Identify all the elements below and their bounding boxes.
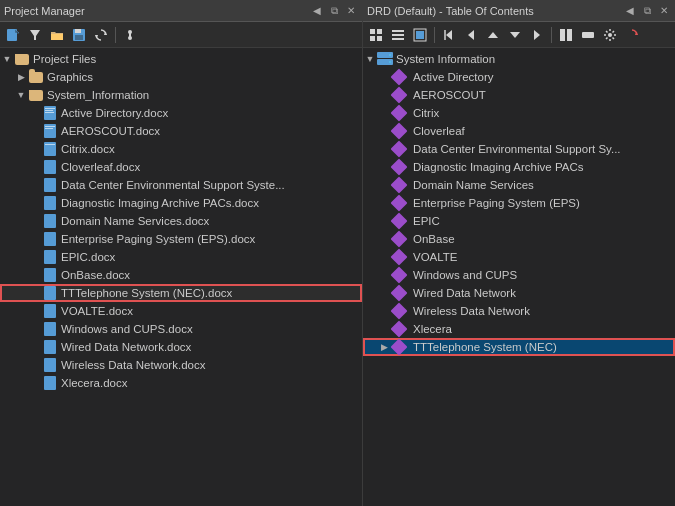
expand-system-info[interactable]: ▼ (14, 86, 28, 104)
right-epic-label: EPIC (413, 215, 440, 227)
tree-item-onbase[interactable]: OnBase.docx (0, 266, 362, 284)
tree-item-citrix[interactable]: Citrix.docx (0, 140, 362, 158)
tree-item-cloverleaf[interactable]: Cloverleaf.docx (0, 158, 362, 176)
left-tree-view[interactable]: ▼ Project Files ▶ Graphics ▼ (0, 48, 362, 506)
left-tb-filter[interactable] (25, 25, 45, 45)
right-item-xlecera[interactable]: Xlecera (363, 320, 675, 338)
left-tb-folder[interactable] (47, 25, 67, 45)
right-tb-sep2 (551, 27, 552, 43)
diamond-icon-wireless (391, 303, 407, 319)
right-item-epic[interactable]: EPIC (363, 212, 675, 230)
tree-item-graphics[interactable]: ▶ Graphics (0, 68, 362, 86)
left-pin-btn[interactable]: ◀ (310, 4, 324, 18)
tree-item-voalte[interactable]: VOALTE.docx (0, 302, 362, 320)
right-item-windows-cups[interactable]: Windows and CUPS (363, 266, 675, 284)
right-item-onbase[interactable]: OnBase (363, 230, 675, 248)
doc-icon-wired (42, 339, 58, 355)
active-directory-label: Active Directory.docx (61, 107, 168, 119)
svg-rect-6 (75, 35, 83, 40)
right-tree-root[interactable]: ▼ System Information (363, 50, 675, 68)
right-ad-label: Active Directory (413, 71, 494, 83)
right-tb-arrow-left1[interactable] (439, 25, 459, 45)
right-tb-arrow-left2[interactable] (461, 25, 481, 45)
tree-item-diagnostic[interactable]: Diagnostic Imaging Archive PACs.docx (0, 194, 362, 212)
right-pin-btn[interactable]: ◀ (623, 4, 637, 18)
tree-item-project-files[interactable]: ▼ Project Files (0, 50, 362, 68)
windows-cups-label: Windows and CUPS.docx (61, 323, 193, 335)
tree-item-xlecera[interactable]: Xlecera.docx (0, 374, 362, 392)
tree-item-active-directory[interactable]: Active Directory.docx (0, 104, 362, 122)
tree-item-wireless[interactable]: Wireless Data Network.docx (0, 356, 362, 374)
tree-item-epic[interactable]: EPIC.docx (0, 248, 362, 266)
right-item-citrix[interactable]: Citrix (363, 104, 675, 122)
right-item-wired[interactable]: Wired Data Network (363, 284, 675, 302)
right-tb-refresh[interactable] (622, 25, 642, 45)
right-item-aeroscout[interactable]: AEROSCOUT (363, 86, 675, 104)
tree-item-system-info-folder[interactable]: ▼ System_Information (0, 86, 362, 104)
right-cloverleaf-label: Cloverleaf (413, 125, 465, 137)
right-wireless-label: Wireless Data Network (413, 305, 530, 317)
tree-item-aeroscout[interactable]: AEROSCOUT.docx (0, 122, 362, 140)
cloverleaf-label: Cloverleaf.docx (61, 161, 140, 173)
expand-right-root[interactable]: ▼ (363, 50, 377, 68)
right-item-voalte[interactable]: VOALTE (363, 248, 675, 266)
right-tb-arrow-right[interactable] (527, 25, 547, 45)
right-close-btn[interactable]: ✕ (657, 4, 671, 18)
left-title-actions: ◀ ⧉ ✕ (310, 4, 358, 18)
right-root-label: System Information (396, 53, 495, 65)
expand-project-files[interactable]: ▼ (0, 50, 14, 68)
left-toolbar (0, 22, 362, 48)
tree-item-datacenter[interactable]: Data Center Environmental Support Syste.… (0, 176, 362, 194)
diamond-icon-tttelephone (391, 339, 407, 355)
right-item-diagnostic[interactable]: Diagnostic Imaging Archive PACs (363, 158, 675, 176)
tree-item-domain[interactable]: Domain Name Services.docx (0, 212, 362, 230)
left-tb-refresh[interactable] (91, 25, 111, 45)
right-float-btn[interactable]: ⧉ (640, 4, 654, 18)
diamond-icon-voalte (391, 249, 407, 265)
right-tree-view[interactable]: ▼ System Information Active Directory AE… (363, 48, 675, 506)
right-item-wireless[interactable]: Wireless Data Network (363, 302, 675, 320)
left-tb-props[interactable] (120, 25, 140, 45)
right-item-domain[interactable]: Domain Name Services (363, 176, 675, 194)
left-close-btn[interactable]: ✕ (344, 4, 358, 18)
svg-rect-11 (129, 31, 131, 39)
svg-rect-40 (392, 38, 404, 40)
right-tb-view3[interactable] (410, 25, 430, 45)
right-tb-view4[interactable] (556, 25, 576, 45)
right-enterprise-label: Enterprise Paging System (EPS) (413, 197, 580, 209)
tree-item-enterprise[interactable]: Enterprise Paging System (EPS).docx (0, 230, 362, 248)
svg-rect-39 (392, 34, 404, 36)
right-item-cloverleaf[interactable]: Cloverleaf (363, 122, 675, 140)
svg-marker-45 (468, 30, 474, 40)
doc-icon-citrix (42, 141, 58, 157)
tree-item-tttelephone[interactable]: TTTelephone System (NEC).docx (0, 284, 362, 302)
left-panel-title: Project Manager (4, 5, 85, 17)
left-tb-new[interactable] (3, 25, 23, 45)
diamond-icon-cloverleaf (391, 123, 407, 139)
right-tb-arrow-up[interactable] (483, 25, 503, 45)
wireless-label: Wireless Data Network.docx (61, 359, 205, 371)
right-item-enterprise[interactable]: Enterprise Paging System (EPS) (363, 194, 675, 212)
right-item-tttelephone[interactable]: ▶ TTTelephone System (NEC) (363, 338, 675, 356)
right-tb-view1[interactable] (366, 25, 386, 45)
right-tb-view2[interactable] (388, 25, 408, 45)
right-item-datacenter[interactable]: Data Center Environmental Support Sy... (363, 140, 675, 158)
tree-item-windows-cups[interactable]: Windows and CUPS.docx (0, 320, 362, 338)
svg-rect-36 (370, 36, 375, 41)
expand-right-tttelephone[interactable]: ▶ (377, 338, 391, 356)
right-tb-view5[interactable] (578, 25, 598, 45)
right-tb-arrow-down[interactable] (505, 25, 525, 45)
expand-graphics[interactable]: ▶ (14, 68, 28, 86)
citrix-label: Citrix.docx (61, 143, 115, 155)
graphics-label: Graphics (47, 71, 93, 83)
right-tb-settings[interactable] (600, 25, 620, 45)
svg-rect-31 (44, 340, 56, 354)
left-float-btn[interactable]: ⧉ (327, 4, 341, 18)
tree-item-wired[interactable]: Wired Data Network.docx (0, 338, 362, 356)
left-tb-save[interactable] (69, 25, 89, 45)
xlecera-label: Xlecera.docx (61, 377, 127, 389)
diamond-icon-windows-cups (391, 267, 407, 283)
right-item-active-directory[interactable]: Active Directory (363, 68, 675, 86)
svg-marker-46 (488, 32, 498, 38)
doc-icon-cloverleaf (42, 159, 58, 175)
